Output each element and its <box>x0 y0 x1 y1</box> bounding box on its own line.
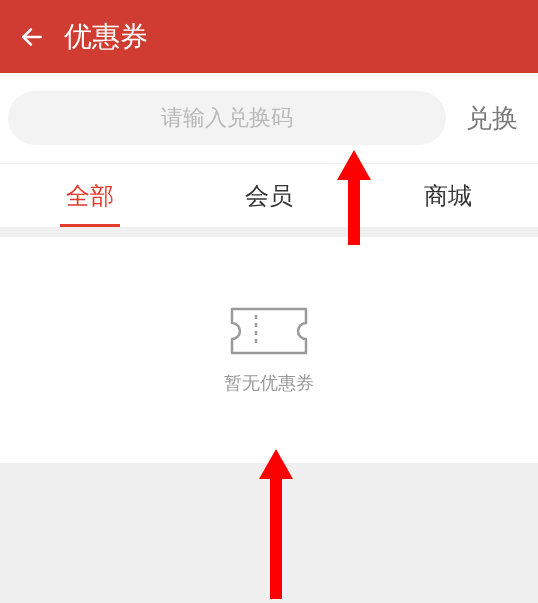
tab-all[interactable]: 全部 <box>0 164 179 227</box>
tab-label: 全部 <box>66 180 114 212</box>
redeem-button[interactable]: 兑换 <box>460 101 524 136</box>
tab-mall[interactable]: 商城 <box>359 164 538 227</box>
tab-label: 商城 <box>424 180 472 212</box>
annotation-arrow-icon <box>259 449 293 603</box>
tab-member[interactable]: 会员 <box>179 164 358 227</box>
svg-marker-3 <box>259 449 293 599</box>
content-empty-state: 暂无优惠券 <box>0 237 538 463</box>
coupon-empty-icon <box>228 305 310 361</box>
back-icon[interactable] <box>18 23 46 51</box>
page-title: 优惠券 <box>64 18 148 56</box>
redeem-bar: 兑换 <box>0 73 538 163</box>
redeem-code-input[interactable] <box>8 91 446 145</box>
tabs: 全部 会员 商城 <box>0 163 538 227</box>
tab-label: 会员 <box>245 180 293 212</box>
empty-text: 暂无优惠券 <box>224 371 314 395</box>
app-header: 优惠券 <box>0 0 538 73</box>
